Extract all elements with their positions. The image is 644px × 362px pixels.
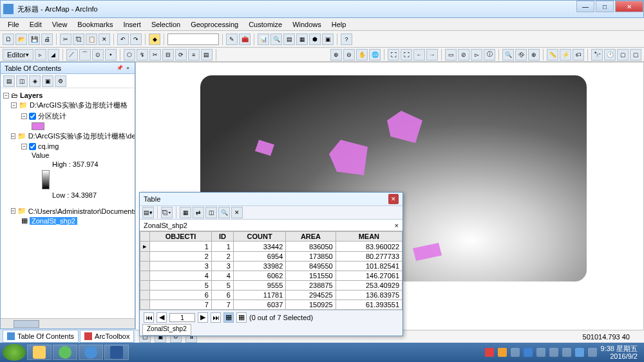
edit-annotation[interactable]: ◢ <box>48 49 59 61</box>
model-button[interactable]: ⬢ <box>309 33 321 45</box>
nav-last-button[interactable]: ⏭ <box>211 312 221 323</box>
rotate-tool[interactable]: ⟳ <box>175 49 187 61</box>
edit-vertices[interactable]: ⬡ <box>124 49 135 61</box>
table-row[interactable]: 77603715092561.393551 <box>140 300 402 310</box>
polygon-feature[interactable] <box>387 111 422 143</box>
trace-tool[interactable]: ⊙ <box>92 49 104 61</box>
cut-button[interactable]: ✂ <box>60 33 71 45</box>
attribute-grid[interactable]: OBJECTIIDCOUNTAREAMEAN▸113344283605083.9… <box>140 231 402 310</box>
tray-network-icon[interactable] <box>536 348 545 357</box>
switch-selection-icon[interactable]: ⇄ <box>193 207 204 218</box>
menu-selection[interactable]: Selection <box>146 19 185 30</box>
measure-button[interactable]: 📏 <box>547 49 558 61</box>
table-row[interactable]: ▸113344283605083.960022 <box>140 242 402 252</box>
tab-arctoolbox[interactable]: ArcToolbox <box>80 330 134 343</box>
polygon-feature[interactable] <box>410 243 442 261</box>
toc-button[interactable]: ▤ <box>283 33 295 45</box>
nav-prev-button[interactable]: ◀ <box>156 312 167 323</box>
scale-input[interactable] <box>167 33 219 45</box>
add-data-button[interactable]: ◆ <box>149 33 160 45</box>
toc-scrollbar[interactable] <box>1 318 135 329</box>
select-all-icon[interactable]: ◫ <box>205 207 217 218</box>
edit-tool[interactable]: ▹ <box>35 49 46 61</box>
select-elements[interactable]: ▻ <box>471 49 482 61</box>
fixed-zoom-out[interactable]: ⛶ <box>401 49 412 61</box>
tray-icon[interactable] <box>588 348 597 357</box>
table-row[interactable]: 3333982849550101.82541 <box>140 262 402 271</box>
tray-icon[interactable] <box>562 348 571 357</box>
select-features[interactable]: ▭ <box>445 49 457 61</box>
symbol-swatch[interactable] <box>32 122 44 130</box>
table-row[interactable]: 6611781294525136.83975 <box>140 291 402 300</box>
list-drawing-order-icon[interactable]: ▤ <box>3 75 15 87</box>
menu-insert[interactable]: Insert <box>118 19 146 30</box>
open-button[interactable]: 📂 <box>15 33 27 45</box>
find-binoculars-icon[interactable]: 🔭 <box>591 49 603 61</box>
column-header[interactable]: COUNT <box>233 232 285 242</box>
print-button[interactable]: 🖨 <box>41 33 53 45</box>
task-word[interactable] <box>104 345 129 360</box>
polygon-feature[interactable] <box>255 140 274 156</box>
table-close-button[interactable]: ✕ <box>388 194 399 204</box>
tray-volume-icon[interactable] <box>549 348 558 357</box>
nav-first-button[interactable]: ⏮ <box>144 312 154 323</box>
forward-extent[interactable]: → <box>426 49 438 61</box>
sketch-props[interactable]: ▤ <box>201 49 213 61</box>
arc-segment[interactable]: ⌒ <box>79 49 91 61</box>
minimize-button[interactable]: — <box>576 1 594 12</box>
menu-customize[interactable]: Customize <box>243 19 287 30</box>
new-button[interactable]: 🗋 <box>3 33 14 45</box>
tray-shield-icon[interactable] <box>524 348 533 357</box>
python-button[interactable]: ▦ <box>296 33 308 45</box>
list-source-icon[interactable]: ◫ <box>16 75 28 87</box>
point-tool[interactable]: • <box>105 49 117 61</box>
show-selected-button[interactable]: ▦ <box>236 312 247 323</box>
tray-icon[interactable] <box>485 348 494 357</box>
editor-menu[interactable]: Editor ▾ <box>3 49 33 61</box>
task-browser[interactable] <box>53 345 77 360</box>
identify-button[interactable]: ⓘ <box>484 49 495 61</box>
goto-xy[interactable]: ⊕ <box>528 49 540 61</box>
select-by-attrs-icon[interactable]: ▦ <box>180 207 191 218</box>
layer-zonalst-table[interactable]: ▦ ZonalSt_shp2 <box>3 216 132 225</box>
column-header[interactable]: OBJECTI <box>150 232 212 242</box>
straight-segment[interactable]: ／ <box>66 49 78 61</box>
menu-geoprocessing[interactable]: Geoprocessing <box>185 19 243 30</box>
maximize-button[interactable]: □ <box>596 1 614 12</box>
toolbox-button[interactable]: 🧰 <box>239 33 251 45</box>
nav-next-button[interactable]: ▶ <box>198 312 208 323</box>
cut-polygons[interactable]: ✂ <box>149 49 161 61</box>
task-explorer[interactable] <box>27 345 52 360</box>
list-selection-icon[interactable]: ▣ <box>42 75 53 87</box>
find-button[interactable]: 🔍 <box>502 49 514 61</box>
clock[interactable]: 9:38 星期五2016/9/2 <box>601 345 638 360</box>
search-button[interactable]: 🔍 <box>270 33 282 45</box>
attributes-button[interactable]: ≡ <box>188 49 200 61</box>
tray-icon[interactable] <box>498 348 507 357</box>
zoom-selected-icon[interactable]: 🔍 <box>218 207 230 218</box>
raster-gradient-swatch[interactable] <box>42 170 50 189</box>
undo-button[interactable]: ↶ <box>117 33 129 45</box>
fixed-zoom-in[interactable]: ⛶ <box>388 49 399 61</box>
table-row[interactable]: 559555238875253.40929 <box>140 281 402 291</box>
zoom-out-button[interactable]: ⊖ <box>343 49 355 61</box>
hyperlink-button[interactable]: ⚡ <box>560 49 571 61</box>
nav-record-input[interactable] <box>169 313 195 322</box>
editor-toolbar-button[interactable]: ✎ <box>226 33 238 45</box>
tray-icon[interactable] <box>575 348 584 357</box>
start-button[interactable] <box>3 344 26 361</box>
table-row[interactable]: 446062151550146.27061 <box>140 271 402 281</box>
time-slider[interactable]: 🕐 <box>604 49 616 61</box>
results-button[interactable]: ▣ <box>322 33 334 45</box>
layers-root[interactable]: −🗁 Layers <box>3 91 132 100</box>
group-folder-2[interactable]: −📁 D:\ArcGIS实验\多边形统计栅格\dem\ <box>3 131 132 142</box>
redo-button[interactable]: ↷ <box>130 33 142 45</box>
options-icon[interactable]: ⚙ <box>55 75 66 87</box>
column-header[interactable]: MEAN <box>336 232 402 242</box>
copy-button[interactable]: ⿻ <box>73 33 84 45</box>
html-popup[interactable]: 🏷 <box>573 49 584 61</box>
find-route[interactable]: ⛗ <box>515 49 527 61</box>
menu-view[interactable]: View <box>47 19 73 30</box>
clear-selection[interactable]: ⊘ <box>458 49 469 61</box>
create-viewer[interactable]: ▢ <box>630 49 641 61</box>
